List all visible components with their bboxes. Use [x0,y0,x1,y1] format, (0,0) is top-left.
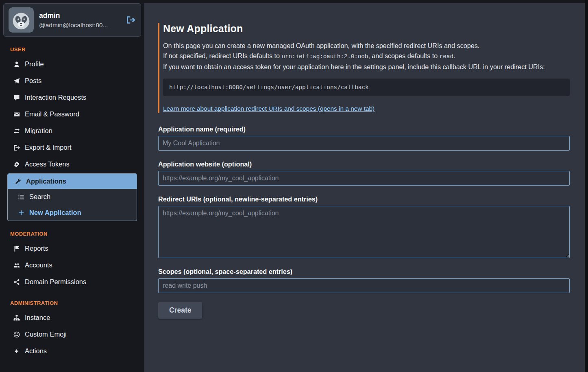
sidebar-item-label: Applications [26,177,66,185]
sidebar-item-new-application[interactable]: New Application [8,205,137,221]
sidebar-item-label: Actions [25,347,47,355]
sidebar-item-reports[interactable]: Reports [0,240,144,257]
sign-out-icon[interactable] [125,15,136,25]
sidebar-item-profile[interactable]: Profile [0,56,144,72]
application-name-label: Application name (required) [158,125,570,133]
sidebar-item-applications[interactable]: Applications [8,174,137,189]
oob-uri-code: urn:ietf:wg:oauth:2.0:oob [282,53,368,60]
sidebar-item-label: Instance [25,314,50,322]
sidebar-item-label: New Application [29,209,81,217]
callback-url-code: http://localhost:8080/settings/user/appl… [163,79,570,96]
section-label-administration: ADMINISTRATION [10,300,144,306]
envelope-icon [13,111,20,118]
users-icon [13,262,20,269]
redirect-uris-label: Redirect URIs (optional, newline-separat… [158,195,570,203]
wrench-icon [14,178,22,185]
smile-icon [13,331,20,338]
list-icon [17,194,25,200]
sidebar-item-label: Interaction Requests [25,94,86,101]
sidebar-item-export-import[interactable]: Export & Import [0,139,144,156]
intro-text: On this page you can create a new manage… [163,42,479,49]
new-application-form: Application name (required) Application … [158,125,570,319]
share-nodes-icon [13,279,20,285]
section-label-moderation: MODERATION [10,231,144,237]
sidebar-item-label: Email & Password [25,110,79,118]
sitemap-icon [13,315,20,321]
scopes-label: Scopes (optional, space-separated entrie… [158,268,570,276]
sidebar-item-migration[interactable]: Migration [0,123,144,139]
gear-icon [13,161,20,168]
applications-group: Applications Search New Application [7,173,137,221]
sidebar-item-label: Domain Permissions [25,278,86,286]
section-label-user: USER [10,46,144,53]
create-button[interactable]: Create [158,302,202,319]
scopes-input[interactable] [158,278,570,293]
sidebar-item-label: Export & Import [25,144,72,151]
sidebar-item-posts[interactable]: Posts [0,72,144,89]
sidebar-item-access-tokens[interactable]: Access Tokens [0,156,144,173]
export-icon [13,144,20,151]
sidebar-item-interaction-requests[interactable]: Interaction Requests [0,89,144,106]
sidebar-item-label: Accounts [25,261,52,269]
scrollbar-track[interactable] [585,0,588,372]
user-name: admin [39,11,108,20]
flag-icon [13,245,20,252]
sidebar-item-instance[interactable]: Instance [0,309,144,326]
application-website-input[interactable] [158,171,570,186]
user-meta: admin @admin@localhost:80... [39,11,108,29]
user-icon [13,61,20,68]
redirect-uris-textarea[interactable] [158,206,570,258]
user-handle: @admin@localhost:80... [39,22,108,29]
sidebar-item-actions[interactable]: Actions [0,343,144,359]
bolt-icon [13,348,20,354]
plus-icon [17,210,25,216]
sidebar-item-label: Search [29,193,50,201]
sidebar-item-label: Access Tokens [25,160,70,168]
user-card[interactable]: admin @admin@localhost:80... [3,3,141,37]
intro-line-2: If not specified, redirect URIs defaults… [163,51,570,62]
sidebar-item-email-password[interactable]: Email & Password [0,106,144,123]
read-scope-code: read [440,53,453,60]
avatar [9,7,34,33]
application-name-input[interactable] [158,136,570,151]
intro-line-3: If you want to obtain an access token fo… [163,62,570,72]
transfer-arrows-icon [13,128,20,134]
sidebar-item-label: Posts [25,77,41,85]
sidebar: admin @admin@localhost:80... USER Profil… [0,0,144,372]
intro-text: If not specified, redirect URIs defaults… [163,52,282,59]
callback-url-text: http://localhost:8080/settings/user/appl… [169,84,369,90]
sidebar-item-accounts[interactable]: Accounts [0,257,144,274]
sidebar-item-domain-permissions[interactable]: Domain Permissions [0,274,144,290]
paper-plane-icon [13,78,20,84]
sidebar-item-label: Profile [25,60,44,68]
intro-line-1: On this page you can create a new manage… [163,41,570,51]
application-website-label: Application website (optional) [158,160,570,168]
page-title: New Application [163,23,570,35]
intro-text: If you want to obtain an access token fo… [163,63,545,70]
sidebar-nav: Profile Posts Interaction Requests Email… [0,56,144,359]
page-header: New Application On this page you can cre… [158,23,570,113]
sidebar-item-label: Reports [25,245,48,252]
sidebar-item-label: Migration [25,127,52,135]
main-panel: New Application On this page you can cre… [144,3,585,372]
intro-text: , and scopes defaults to [368,52,439,59]
sidebar-item-label: Custom Emoji [25,330,67,338]
sidebar-item-applications-search[interactable]: Search [8,189,137,205]
intro-text: . [453,52,455,59]
sidebar-item-custom-emoji[interactable]: Custom Emoji [0,326,144,343]
learn-more-link[interactable]: Learn more about application redirect UR… [163,105,375,112]
comment-icon [13,94,20,101]
